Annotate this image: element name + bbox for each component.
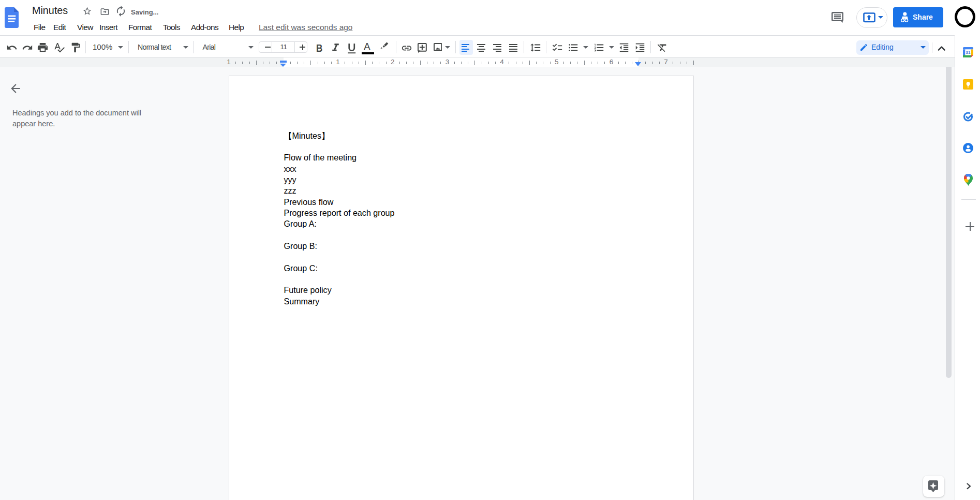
svg-text:31: 31 [966,50,971,55]
svg-text:B: B [316,44,322,53]
